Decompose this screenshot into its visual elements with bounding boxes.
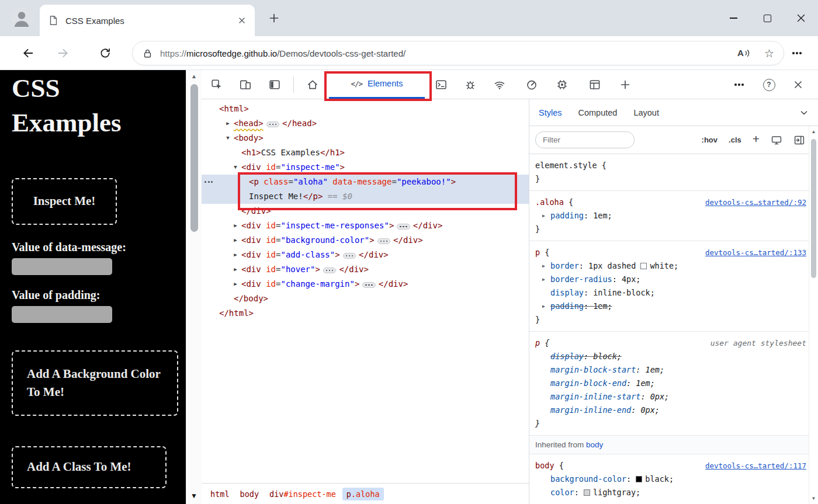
element-classes-button[interactable]: .cls — [729, 135, 741, 144]
page-scrollbar[interactable]: ▲ ▼ — [186, 70, 202, 504]
collapsed-content-icon[interactable] — [397, 224, 410, 230]
dom-tree-node[interactable]: ▶<div id="inspect-me-responses"></div> — [202, 218, 529, 233]
tab-computed[interactable]: Computed — [578, 108, 618, 117]
minimize-button[interactable] — [716, 0, 750, 36]
toggle-element-state-button[interactable]: :hov — [702, 135, 718, 144]
expand-arrow-icon[interactable]: ▶ — [231, 248, 240, 262]
scroll-down-icon[interactable]: ▼ — [809, 496, 818, 501]
add-background-button[interactable]: Add A Background Color To Me! — [12, 350, 178, 416]
new-style-rule-button[interactable]: + — [753, 132, 760, 146]
dom-tree-node[interactable]: ▼<body> — [202, 131, 529, 145]
dom-tree-node[interactable]: ▶<head></head> — [202, 116, 529, 131]
breadcrumb-item[interactable]: div#inspect-me — [265, 488, 340, 500]
maximize-button[interactable] — [750, 0, 784, 36]
dom-tree-node[interactable]: ▶<div id="change-margin"></div> — [202, 277, 529, 291]
color-swatch[interactable] — [640, 263, 647, 269]
styles-filter-input[interactable] — [535, 131, 635, 148]
dom-tree-node[interactable]: </html> — [202, 306, 529, 321]
breadcrumb-item[interactable]: p.aloha — [342, 488, 384, 500]
css-property[interactable]: ▶padding: 1em; — [535, 209, 806, 223]
css-property[interactable]: ▶padding: 1em; — [535, 300, 806, 313]
styles-scrollbar[interactable]: ▲ ▼ — [809, 126, 818, 504]
memory-icon[interactable] — [552, 74, 573, 95]
css-property[interactable]: margin-inline-end: 0px; — [535, 404, 806, 417]
close-window-button[interactable] — [784, 0, 818, 36]
lock-icon[interactable] — [142, 48, 153, 59]
close-devtools-icon[interactable] — [788, 74, 809, 95]
dom-tree-node[interactable]: ▶<div id="add-class"></div> — [202, 248, 529, 262]
dom-tree-node[interactable]: <p class="aloha" data-message="peekaboo!… — [202, 175, 529, 189]
dom-tree-node[interactable]: ▶<div id="background-color"></div> — [202, 233, 529, 248]
help-icon[interactable]: ? — [758, 74, 779, 95]
issues-bug-icon[interactable] — [460, 74, 481, 95]
inspect-me-button[interactable]: Inspect Me! — [12, 178, 117, 225]
css-property[interactable]: margin-block-start: 1em; — [535, 363, 806, 377]
color-swatch[interactable] — [584, 489, 590, 496]
tab-styles[interactable]: Styles — [539, 108, 562, 117]
device-emulation-icon[interactable] — [235, 74, 256, 95]
collapse-arrow-icon[interactable]: ▼ — [231, 160, 240, 175]
address-bar[interactable]: https://microsoftedge.github.io/Demos/de… — [132, 41, 784, 65]
breadcrumb-item[interactable]: html — [206, 488, 234, 500]
devtools-menu-icon[interactable] — [729, 74, 750, 95]
profile-avatar[interactable] — [11, 7, 33, 29]
forward-button[interactable] — [53, 43, 74, 64]
padding-value-field[interactable] — [12, 306, 112, 323]
browser-menu-icon[interactable] — [786, 43, 807, 64]
collapsed-content-icon[interactable] — [323, 267, 337, 273]
rendering-emulation-icon[interactable] — [771, 134, 782, 146]
inherited-node-link[interactable]: body — [586, 440, 603, 449]
console-icon[interactable] — [431, 74, 452, 95]
css-property[interactable]: color: lightgray; — [535, 486, 806, 499]
css-property[interactable]: display: block; — [535, 350, 806, 363]
scroll-down-icon[interactable]: ▼ — [186, 492, 202, 500]
expand-arrow-icon[interactable]: ▶ — [231, 233, 240, 248]
tab-close-icon[interactable] — [237, 16, 247, 25]
css-property[interactable]: margin-inline-start: 0px; — [535, 390, 806, 404]
expand-arrow-icon[interactable]: ▶ — [231, 277, 240, 291]
home-icon[interactable] — [302, 74, 323, 95]
data-message-value-field[interactable] — [12, 258, 112, 275]
collapsed-content-icon[interactable] — [377, 238, 391, 244]
css-property[interactable]: display: inline-block; — [535, 286, 806, 300]
scroll-up-icon[interactable]: ▲ — [809, 129, 818, 134]
dom-tree-node[interactable]: </div> — [202, 204, 529, 218]
computed-sidebar-toggle-icon[interactable] — [793, 134, 805, 146]
collapse-arrow-icon[interactable]: ▼ — [224, 131, 232, 145]
application-icon[interactable] — [584, 74, 605, 95]
css-property[interactable]: ▶border-radius: 4px; — [535, 273, 806, 286]
expand-shorthand-icon[interactable]: ▶ — [542, 259, 545, 273]
color-swatch[interactable] — [636, 476, 642, 482]
new-tab-button[interactable] — [264, 8, 284, 28]
expand-arrow-icon[interactable]: ▶ — [224, 116, 232, 131]
dom-tree-node[interactable]: </body> — [202, 291, 529, 306]
dock-side-icon[interactable] — [264, 74, 285, 95]
scroll-up-icon[interactable]: ▲ — [186, 73, 202, 79]
url-text[interactable]: https://microsoftedge.github.io/Demos/de… — [160, 48, 730, 58]
expand-shorthand-icon[interactable]: ▶ — [542, 300, 545, 313]
breadcrumb-item[interactable]: body — [236, 488, 264, 500]
refresh-button[interactable] — [95, 43, 116, 64]
network-icon[interactable] — [489, 74, 510, 95]
add-class-button[interactable]: Add A Class To Me! — [12, 446, 167, 488]
css-property[interactable]: margin-block-end: 1em; — [535, 377, 806, 390]
expand-arrow-icon[interactable]: ▶ — [231, 262, 240, 277]
tab-elements[interactable]: </> Elements — [329, 70, 425, 99]
collapsed-content-icon[interactable] — [266, 121, 280, 127]
inspect-element-icon[interactable] — [206, 74, 227, 95]
expand-arrow-icon[interactable]: ▶ — [231, 218, 240, 233]
stylesheet-link[interactable]: devtools-cs…started/:92 — [705, 196, 806, 209]
chevron-down-icon[interactable] — [799, 108, 809, 117]
expand-shorthand-icon[interactable]: ▶ — [542, 209, 545, 223]
dom-tree-node[interactable]: ▼<div id="inspect-me"> — [202, 160, 529, 175]
favorites-star-icon[interactable]: ☆ — [764, 48, 774, 59]
browser-tab[interactable]: CSS Examples — [40, 5, 255, 36]
read-aloud-icon[interactable]: A — [737, 48, 750, 58]
expand-shorthand-icon[interactable]: ▶ — [542, 273, 545, 286]
dom-tree-node[interactable]: <h1>CSS Examples</h1> — [202, 145, 529, 160]
tab-layout[interactable]: Layout — [633, 108, 659, 117]
css-property[interactable]: ▶border: 1px dashed white; — [535, 259, 806, 273]
collapsed-content-icon[interactable] — [362, 282, 376, 288]
stylesheet-link[interactable]: devtools-cs…tarted/:117 — [705, 459, 806, 472]
collapsed-content-icon[interactable] — [343, 253, 356, 259]
